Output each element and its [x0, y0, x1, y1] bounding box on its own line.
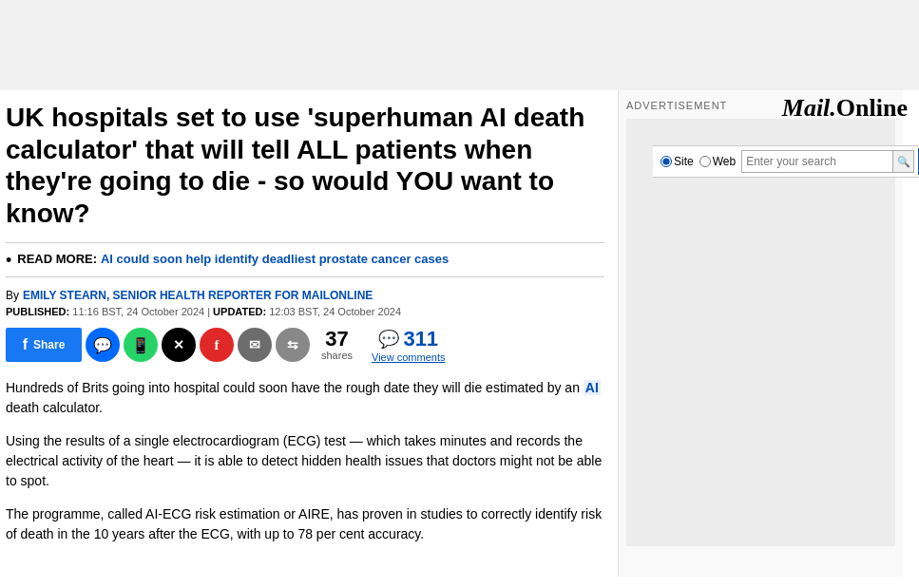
by-label: By — [6, 289, 19, 302]
separator: | — [207, 306, 210, 317]
article-headline: UK hospitals set to use 'superhuman AI d… — [6, 102, 604, 229]
search-option-web[interactable]: Web — [699, 155, 736, 168]
search-input-wrapper: 🔍 — [741, 150, 914, 173]
ai-link[interactable]: AI — [584, 380, 601, 395]
share-dots-icon: ⇆ — [287, 337, 298, 352]
flipboard-share-button[interactable]: f — [200, 328, 234, 362]
comments-number: 311 — [403, 327, 438, 351]
twitter-x-icon: ✕ — [173, 337, 184, 352]
shares-number: 37 — [325, 329, 348, 350]
whatsapp-icon: 📱 — [131, 336, 150, 354]
facebook-share-button[interactable]: f Share — [6, 328, 82, 362]
view-comments-button[interactable]: View comments — [372, 351, 445, 363]
shares-count: 37 shares — [321, 329, 353, 361]
read-more-content: READ MORE: AI could soon help identify d… — [17, 251, 449, 266]
comment-bubble-icon: 💬 — [378, 329, 399, 350]
site-logo: Mail.Online — [782, 94, 908, 123]
comments-section[interactable]: 💬 311 View comments — [372, 327, 445, 363]
shares-label: shares — [321, 350, 353, 361]
published-line: PUBLISHED: 11:16 BST, 24 October 2024 | … — [6, 306, 604, 317]
search-option-site[interactable]: Site — [661, 155, 694, 168]
search-site-label: Site — [674, 155, 694, 168]
article-body: Hundreds of Brits going into hospital co… — [6, 378, 604, 544]
search-web-label: Web — [713, 155, 736, 168]
social-bar: f Share 💬 📱 ✕ f ✉ ⇆ — [6, 327, 604, 363]
search-radio-web[interactable] — [699, 156, 711, 167]
advertisement-area — [626, 119, 895, 546]
logo-mail-text: Mail — [782, 94, 831, 122]
whatsapp-share-button[interactable]: 📱 — [124, 328, 158, 362]
flipboard-icon: f — [215, 337, 220, 353]
published-label: PUBLISHED: — [6, 306, 69, 317]
facebook-share-label: Share — [33, 338, 65, 351]
logo-online-text: Online — [836, 94, 908, 122]
more-share-button[interactable]: ⇆ — [276, 328, 310, 362]
author-link[interactable]: EMILY STEARN, SENIOR HEALTH REPORTER FOR… — [23, 289, 373, 302]
twitter-share-button[interactable]: ✕ — [162, 328, 196, 362]
byline: By EMILY STEARN, SENIOR HEALTH REPORTER … — [6, 287, 604, 302]
article-paragraph-3: The programme, called AI-ECG risk estima… — [6, 504, 604, 544]
search-bar: Site Web 🔍 Search — [653, 145, 919, 178]
updated-time: 12:03 BST, 24 October 2024 — [269, 306, 401, 317]
read-more-bullet: • — [6, 252, 11, 269]
comments-count-row: 💬 311 — [378, 327, 438, 351]
published-time: 11:16 BST, 24 October 2024 — [72, 306, 204, 317]
search-input[interactable] — [742, 151, 892, 172]
search-magnifier-button[interactable]: 🔍 — [892, 151, 913, 172]
article-paragraph-1: Hundreds of Brits going into hospital co… — [6, 378, 604, 418]
messenger-icon: 💬 — [93, 336, 112, 354]
read-more-link[interactable]: AI could soon help identify deadliest pr… — [101, 252, 449, 266]
read-more-bar: • READ MORE: AI could soon help identify… — [6, 242, 604, 277]
article-area: UK hospitals set to use 'superhuman AI d… — [0, 90, 618, 577]
email-share-button[interactable]: ✉ — [238, 328, 272, 362]
search-options: Site Web — [661, 155, 736, 168]
email-icon: ✉ — [249, 337, 260, 352]
updated-label: UPDATED: — [213, 306, 266, 317]
search-radio-site[interactable] — [661, 156, 672, 167]
article-paragraph-2: Using the results of a single electrocar… — [6, 431, 604, 491]
read-more-prefix: READ MORE: — [17, 252, 97, 266]
facebook-icon: f — [23, 336, 28, 353]
messenger-share-button[interactable]: 💬 — [86, 328, 120, 362]
